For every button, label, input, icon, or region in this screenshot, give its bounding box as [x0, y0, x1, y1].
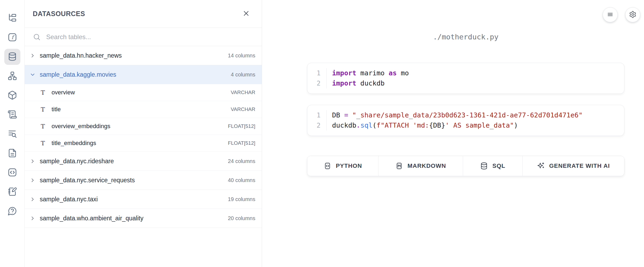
column-type: FLOAT[512]: [228, 140, 255, 146]
add-button-label: MARKDOWN: [407, 162, 446, 169]
page-title: DATASOURCES: [33, 10, 85, 18]
column-row[interactable]: ToverviewVARCHAR: [25, 84, 262, 101]
add-generate-with-ai-button[interactable]: GENERATE WITH AI: [522, 156, 624, 176]
chevron-right-icon: [30, 158, 40, 164]
table-columns-count: 40 columns: [228, 177, 255, 183]
column-name: title_embeddings: [52, 140, 228, 147]
add-button-label: SQL: [492, 162, 505, 169]
menu-button[interactable]: [603, 7, 618, 22]
svg-text:f: f: [11, 34, 14, 40]
add-markdown-button[interactable]: MARKDOWN: [378, 156, 463, 176]
code-cell[interactable]: 12import marimo as moimport duckdb: [307, 63, 624, 94]
document-icon: [8, 148, 17, 159]
icon-sidebar: f: [0, 0, 25, 267]
close-panel-button[interactable]: [240, 8, 252, 20]
top-right-toolbar: [603, 7, 640, 22]
column-type: VARCHAR: [231, 90, 256, 95]
sidebar-item-help[interactable]: [3, 202, 22, 221]
table-name: sample_data.kaggle.movies: [40, 71, 231, 78]
search-bar: [25, 28, 262, 46]
add-cell-bar: PYTHONMARKDOWNSQLGENERATE WITH AI: [307, 156, 624, 176]
sidebar-item-log-search[interactable]: [3, 124, 22, 144]
package-box-icon: [8, 90, 17, 101]
table-row[interactable]: sample_data.hn.hacker_news14 columns: [25, 46, 262, 65]
add-python-button[interactable]: PYTHON: [307, 156, 378, 176]
folder-tree-icon: [8, 13, 17, 24]
help-bubble-icon: [8, 206, 17, 217]
column-row[interactable]: Ttitle_embeddingsFLOAT[512]: [25, 135, 262, 152]
table-row[interactable]: sample_data.nyc.taxi19 columns: [25, 190, 262, 209]
function-square-icon: f: [8, 32, 17, 43]
dependency-graph-icon: [8, 71, 17, 81]
sidebar-item-packages[interactable]: [3, 86, 22, 105]
datasources-panel: DATASOURCES sample_data.hn.hacker_news14…: [25, 0, 262, 267]
chevron-right-icon: [30, 177, 40, 183]
table-row[interactable]: sample_data.kaggle.movies4 columns: [25, 65, 262, 84]
table-columns-count: 19 columns: [228, 196, 255, 202]
sidebar-item-documentation[interactable]: [3, 144, 22, 163]
database-icon: [8, 52, 17, 62]
table-columns-count: 4 columns: [231, 72, 255, 78]
column-row[interactable]: Toverview_embeddingsFLOAT[512]: [25, 118, 262, 135]
chevron-down-icon: [30, 72, 40, 78]
column-name: title: [52, 106, 231, 113]
chevron-right-icon: [30, 196, 40, 202]
database-icon: [480, 162, 488, 170]
code-square-portrait-icon: [323, 162, 332, 170]
markdown-icon: [395, 162, 403, 170]
close-icon: [242, 9, 250, 18]
chevron-right-icon: [30, 215, 40, 221]
notebook-filename: ./motherduck.py: [307, 33, 624, 41]
column-row[interactable]: TtitleVARCHAR: [25, 101, 262, 118]
add-sql-button[interactable]: SQL: [463, 156, 522, 176]
sidebar-item-logs[interactable]: [3, 105, 22, 124]
sidebar-item-functions[interactable]: f: [3, 28, 22, 47]
notebook-main: ./motherduck.py 12import marimo as moimp…: [262, 0, 644, 267]
text-type-icon: T: [41, 123, 52, 130]
app-root: f DATASOURCES sample_data.hn.hacker_news…: [0, 0, 644, 267]
tables-list: sample_data.hn.hacker_news14 columnssamp…: [25, 46, 262, 228]
sidebar-item-file-explorer[interactable]: [3, 9, 22, 28]
column-name: overview: [52, 89, 231, 96]
text-type-icon: T: [41, 140, 52, 147]
text-type-icon: T: [41, 106, 52, 113]
table-name: sample_data.nyc.service_requests: [40, 177, 228, 184]
panel-header: DATASOURCES: [25, 0, 262, 28]
add-button-label: GENERATE WITH AI: [549, 162, 610, 169]
column-type: FLOAT[512]: [228, 123, 255, 129]
table-name: sample_data.hn.hacker_news: [40, 52, 228, 59]
notebook-pen-icon: [8, 187, 17, 197]
add-button-label: PYTHON: [336, 162, 362, 169]
table-row[interactable]: sample_data.nyc.rideshare24 columns: [25, 152, 262, 171]
table-row[interactable]: sample_data.nyc.service_requests40 colum…: [25, 171, 262, 190]
sidebar-item-scratchpad[interactable]: [3, 182, 22, 202]
line-numbers: 12: [307, 68, 327, 88]
code-square-icon: [8, 168, 17, 178]
cells-container: 12import marimo as moimport duckdb12DB =…: [307, 63, 624, 136]
sidebar-item-snippets[interactable]: [3, 163, 22, 182]
code-cell[interactable]: 12DB = "_share/sample_data/23b0d623-1361…: [307, 105, 624, 136]
chevron-right-icon: [30, 53, 40, 59]
text-type-icon: T: [41, 89, 52, 96]
log-search-icon: [8, 129, 17, 139]
notebook-content: ./motherduck.py 12import marimo as moimp…: [307, 33, 624, 176]
sidebar-item-datasources[interactable]: [4, 49, 20, 65]
column-type: VARCHAR: [231, 106, 256, 112]
sparkles-icon: [537, 162, 545, 170]
search-icon: [33, 33, 41, 41]
gear-icon: [629, 11, 636, 19]
table-name: sample_data.nyc.rideshare: [40, 158, 228, 165]
table-row[interactable]: sample_data.who.ambient_air_quality20 co…: [25, 209, 262, 228]
sidebar-item-dependencies[interactable]: [3, 66, 22, 86]
table-columns-count: 14 columns: [228, 53, 255, 59]
settings-button[interactable]: [625, 7, 640, 22]
line-numbers: 12: [307, 110, 327, 131]
search-input[interactable]: [46, 33, 254, 41]
table-columns-count: 24 columns: [228, 158, 255, 164]
cell-code[interactable]: import marimo as moimport duckdb: [327, 68, 409, 88]
table-columns-count: 20 columns: [228, 215, 255, 221]
column-name: overview_embeddings: [52, 123, 228, 130]
table-name: sample_data.nyc.taxi: [40, 196, 228, 203]
hamburger-menu-icon: [606, 11, 614, 19]
cell-code[interactable]: DB = "_share/sample_data/23b0d623-1361-4…: [327, 110, 583, 131]
